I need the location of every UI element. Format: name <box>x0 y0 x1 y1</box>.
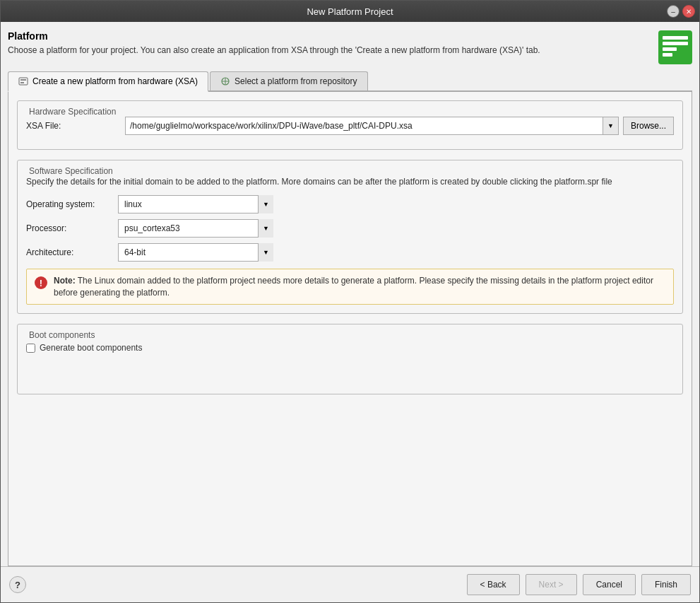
hardware-spec-group: Hardware Specification XSA File: /home/g… <box>17 100 683 150</box>
arch-select-wrapper: 64-bit 32-bit ▼ <box>118 243 273 262</box>
content-area: Platform Choose a platform for your proj… <box>1 22 699 566</box>
minimize-button[interactable]: – <box>667 5 680 18</box>
processor-row: Processor: psu_cortexa53 psu_cortexa53_0… <box>26 219 674 238</box>
tabs-container: Create a new platform from hardware (XSA… <box>8 71 692 92</box>
bottom-right: < Back Next > Cancel Finish <box>467 574 691 595</box>
os-row: Operating system: linux standalone freer… <box>26 195 674 213</box>
finish-button[interactable]: Finish <box>641 574 691 595</box>
browse-button[interactable]: Browse... <box>623 117 674 135</box>
hardware-tab-icon <box>18 76 28 86</box>
boot-components-legend: Boot components <box>26 330 674 340</box>
os-select[interactable]: linux standalone freertos <box>118 195 273 213</box>
processor-select[interactable]: psu_cortexa53 psu_cortexa53_0 psu_cortex… <box>118 219 273 238</box>
header-section: Platform Choose a platform for your proj… <box>8 30 692 64</box>
arch-label: Architecture: <box>26 247 118 257</box>
note-box: ! Note: The Linux domain added to the pl… <box>26 269 674 305</box>
repo-tab-icon <box>220 76 230 86</box>
svg-rect-4 <box>663 53 672 57</box>
xsa-dropdown-arrow[interactable]: ▼ <box>603 117 618 134</box>
processor-label: Processor: <box>26 223 118 233</box>
arch-select[interactable]: 64-bit 32-bit <box>118 243 273 262</box>
main-panel: Hardware Specification XSA File: /home/g… <box>8 92 692 566</box>
help-button[interactable]: ? <box>9 576 26 593</box>
generate-boot-row: Generate boot components <box>26 343 674 353</box>
software-spec-legend: Software Specification <box>26 166 674 176</box>
xsa-input-group: /home/guglielmo/workspace/work/xilinx/DP… <box>125 117 674 135</box>
svg-rect-7 <box>20 82 24 83</box>
software-spec-group: Software Specification Specify the detai… <box>17 160 683 314</box>
boot-components-group: Boot components Generate boot components <box>17 324 683 394</box>
svg-rect-6 <box>20 79 26 81</box>
svg-rect-3 <box>663 47 677 51</box>
titlebar: New Platform Project – ✕ <box>1 1 699 22</box>
note-body: The Linux domain added to the platform p… <box>54 276 653 298</box>
tab-select-from-repo[interactable]: Select a platform from repository <box>210 71 367 90</box>
svg-rect-1 <box>663 36 688 40</box>
tab-create-label: Create a new platform from hardware (XSA… <box>32 76 198 86</box>
arch-row: Architecture: 64-bit 32-bit ▼ <box>26 243 674 262</box>
titlebar-controls: – ✕ <box>667 5 695 18</box>
tab-create-from-hardware[interactable]: Create a new platform from hardware (XSA… <box>8 71 208 92</box>
platform-icon <box>658 30 692 64</box>
window: New Platform Project – ✕ Platform Choose… <box>0 0 700 603</box>
bottom-bar: ? < Back Next > Cancel Finish <box>1 566 699 602</box>
software-desc: Specify the details for the initial doma… <box>26 176 674 188</box>
tab-repo-label: Select a platform from repository <box>235 76 357 86</box>
window-title: New Platform Project <box>307 6 393 17</box>
bottom-left: ? <box>9 576 26 593</box>
note-prefix: Note: <box>54 276 76 286</box>
svg-text:!: ! <box>40 278 42 288</box>
header-title: Platform <box>8 30 651 42</box>
os-select-wrapper: linux standalone freertos ▼ <box>118 195 273 213</box>
svg-rect-5 <box>19 78 28 85</box>
generate-boot-label[interactable]: Generate boot components <box>40 343 142 353</box>
xsa-label: XSA File: <box>26 121 125 131</box>
os-label: Operating system: <box>26 199 118 209</box>
processor-select-wrapper: psu_cortexa53 psu_cortexa53_0 psu_cortex… <box>118 219 273 238</box>
hardware-spec-legend: Hardware Specification <box>26 107 674 117</box>
back-button[interactable]: < Back <box>467 574 520 595</box>
note-text: Note: The Linux domain added to the plat… <box>54 275 666 299</box>
close-button[interactable]: ✕ <box>682 5 695 18</box>
xsa-file-value: /home/guglielmo/workspace/work/xilinx/DP… <box>126 121 603 131</box>
svg-rect-2 <box>663 42 688 45</box>
xsa-file-row: XSA File: /home/guglielmo/workspace/work… <box>26 117 674 135</box>
header-desc: Choose a platform for your project. You … <box>8 45 651 57</box>
next-button[interactable]: Next > <box>526 574 577 595</box>
warning-icon: ! <box>34 276 48 290</box>
header-text: Platform Choose a platform for your proj… <box>8 30 651 57</box>
cancel-button[interactable]: Cancel <box>583 574 636 595</box>
xsa-file-input[interactable]: /home/guglielmo/workspace/work/xilinx/DP… <box>125 117 619 135</box>
generate-boot-checkbox[interactable] <box>26 344 35 353</box>
